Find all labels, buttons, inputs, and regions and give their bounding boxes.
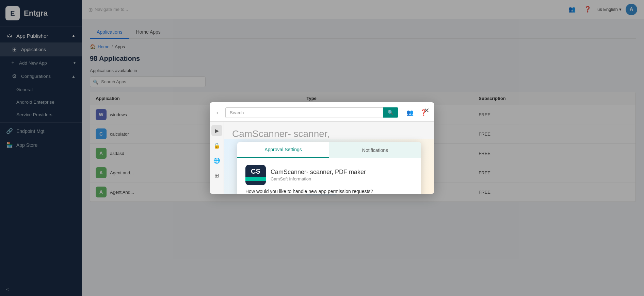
modal-scroll: CamScanner- scanner, SCAN ANYTHING TO PD… <box>224 122 434 194</box>
modal-outer: ✕ ← 🔍 👥 ❓ ▶ 🔒 🌐 ⊞ <box>210 102 434 194</box>
inner-dialog-tabs: Approval Settings Notifications <box>237 142 421 158</box>
permission-question: How would you like to handle new app per… <box>237 189 421 194</box>
modal-nav: ← 🔍 👥 ❓ <box>210 102 434 122</box>
modal-back-button[interactable]: ← <box>215 109 222 117</box>
app-dialog-name: CamScanner- scanner, PDF maker <box>271 169 366 176</box>
modal-icon-lock[interactable]: 🔒 <box>211 140 222 151</box>
modal-app-title-bg: CamScanner- scanner, <box>232 128 329 139</box>
app-cs-icon: CS <box>245 165 266 185</box>
modal-icon-globe[interactable]: 🌐 <box>211 155 222 166</box>
modal-users-icon[interactable]: 👥 <box>404 107 415 118</box>
app-cs-text: CS <box>245 165 266 177</box>
modal-overlay[interactable]: ✕ ← 🔍 👥 ❓ ▶ 🔒 🌐 ⊞ <box>0 0 644 296</box>
app-info-row: CS CamScanner- scanner, PDF maker CamSof… <box>237 158 421 189</box>
app-dialog-publisher: CamSoft Information <box>271 176 366 181</box>
modal-app-header: CamScanner- scanner, <box>224 122 434 139</box>
modal-search-wrapper: 🔍 <box>225 107 398 118</box>
modal-body: ▶ 🔒 🌐 ⊞ CamScanner- scanner, SCAN ANYTHI… <box>210 122 434 194</box>
modal-icon-grid[interactable]: ⊞ <box>211 170 222 181</box>
inner-tab-approval-settings[interactable]: Approval Settings <box>237 142 329 158</box>
modal-left-icons: ▶ 🔒 🌐 ⊞ <box>210 122 224 194</box>
modal-search-input[interactable] <box>225 107 383 118</box>
modal-icon-play[interactable]: ▶ <box>211 125 222 136</box>
app-cs-bar <box>245 177 266 181</box>
app-name-block: CamScanner- scanner, PDF maker CamSoft I… <box>271 169 366 181</box>
modal-close-button[interactable]: ✕ <box>424 106 430 115</box>
modal-search-button[interactable]: 🔍 <box>383 107 398 118</box>
inner-dialog: Approval Settings Notifications CS CamSc… <box>237 142 421 194</box>
inner-tab-notifications[interactable]: Notifications <box>329 142 421 158</box>
